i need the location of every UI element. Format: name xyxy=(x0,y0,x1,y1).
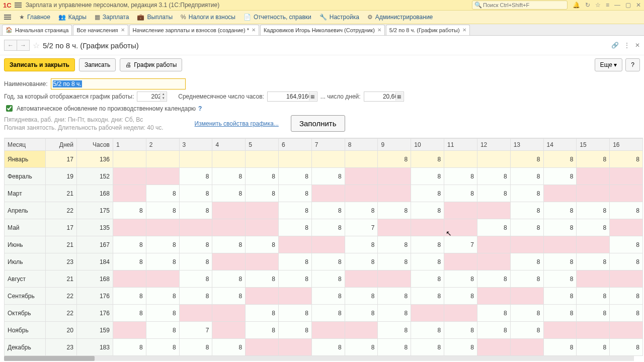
cell-day[interactable] xyxy=(378,270,411,288)
cell-day[interactable] xyxy=(378,168,411,185)
nav-back[interactable]: ← xyxy=(4,40,17,51)
cell-day[interactable] xyxy=(543,185,577,202)
th-day-10[interactable]: 10 xyxy=(411,139,444,151)
tab-2[interactable]: Начисление зарплаты и взносов (создание)… xyxy=(129,25,259,35)
cell-day[interactable] xyxy=(444,253,477,270)
cell-day[interactable]: 8 xyxy=(246,168,279,185)
cell-day[interactable]: 8 xyxy=(510,219,543,236)
th-day-13[interactable]: 13 xyxy=(510,139,543,151)
cell-hours[interactable]: 152 xyxy=(76,168,113,185)
cell-day[interactable]: 8 xyxy=(411,236,444,253)
th-day-7[interactable]: 7 xyxy=(311,139,345,151)
help-hint-icon[interactable]: ? xyxy=(198,105,202,112)
cell-days[interactable]: 20 xyxy=(46,322,77,339)
cell-day[interactable]: 8 xyxy=(577,305,610,322)
cell-day[interactable] xyxy=(279,339,312,356)
cell-day[interactable]: 8 xyxy=(543,270,577,288)
cell-day[interactable] xyxy=(246,151,279,168)
cell-day[interactable]: 8 xyxy=(146,253,179,270)
cell-day[interactable]: 8 xyxy=(378,202,411,219)
table-row[interactable]: Февраль191528888888888 xyxy=(5,168,643,185)
th-day-5[interactable]: 5 xyxy=(246,139,279,151)
cell-day[interactable]: 8 xyxy=(411,339,444,356)
cell-day[interactable]: 8 xyxy=(179,270,212,288)
cell-day[interactable] xyxy=(378,219,411,236)
cell-day[interactable] xyxy=(311,322,345,339)
save-button[interactable]: Записать xyxy=(79,58,116,71)
cell-day[interactable]: 8 xyxy=(577,339,610,356)
cell-month[interactable]: Февраль xyxy=(5,168,46,185)
cell-day[interactable]: 8 xyxy=(610,288,643,305)
cell-hours[interactable]: 176 xyxy=(76,288,113,305)
th-month[interactable]: Месяц xyxy=(5,139,46,151)
cell-day[interactable]: 8 xyxy=(311,168,345,185)
fill-button[interactable]: Заполнить xyxy=(291,115,345,132)
cell-day[interactable]: 8 xyxy=(311,219,345,236)
cell-day[interactable] xyxy=(477,288,510,305)
cell-day[interactable]: 8 xyxy=(444,288,477,305)
name-input[interactable]: 5/2 по 8 ч. xyxy=(51,78,186,89)
cell-day[interactable]: 8 xyxy=(610,202,643,219)
cell-day[interactable]: 8 xyxy=(113,202,146,219)
th-day-9[interactable]: 9 xyxy=(378,139,411,151)
cell-day[interactable]: 8 xyxy=(179,236,212,253)
table-row[interactable]: Май171358878888 xyxy=(5,219,643,236)
cell-days[interactable]: 17 xyxy=(46,151,77,168)
cell-day[interactable] xyxy=(279,288,312,305)
cell-day[interactable] xyxy=(477,202,510,219)
cell-day[interactable]: 8 xyxy=(146,322,179,339)
cell-day[interactable]: 8 xyxy=(577,151,610,168)
cell-day[interactable]: 8 xyxy=(510,253,543,270)
th-day-12[interactable]: 12 xyxy=(477,139,510,151)
cell-day[interactable]: 8 xyxy=(477,219,510,236)
tab-0[interactable]: 🏠Начальная страница xyxy=(2,25,72,35)
tab-3[interactable]: Кадровиков Игорь Николаевич (Сотрудник)✕ xyxy=(260,25,385,35)
cell-day[interactable]: 8 xyxy=(279,185,312,202)
cell-day[interactable]: 8 xyxy=(411,288,444,305)
cell-day[interactable]: 8 xyxy=(411,253,444,270)
cell-days[interactable]: 23 xyxy=(46,253,77,270)
table-row[interactable]: Апрель22175888888888888 xyxy=(5,202,643,219)
cell-day[interactable] xyxy=(510,288,543,305)
cell-day[interactable]: 8 xyxy=(345,288,378,305)
menu-5[interactable]: 📄Отчетность, справки xyxy=(239,12,315,22)
cell-day[interactable]: 8 xyxy=(179,288,212,305)
tab-close-icon[interactable]: ✕ xyxy=(462,27,466,33)
cell-day[interactable]: 8 xyxy=(279,305,312,322)
cell-day[interactable]: 8 xyxy=(378,322,411,339)
cell-day[interactable]: 8 xyxy=(411,270,444,288)
cell-day[interactable]: 8 xyxy=(311,253,345,270)
cell-day[interactable] xyxy=(146,168,179,185)
cell-day[interactable] xyxy=(246,219,279,236)
cell-day[interactable]: 7 xyxy=(179,322,212,339)
table-row[interactable]: Ноябрь20159878888888 xyxy=(5,322,643,339)
schedule-table-wrap[interactable]: МесяцДнейЧасов12345678910111213141516 Ян… xyxy=(4,138,643,362)
cell-month[interactable]: Октябрь xyxy=(5,305,46,322)
more-icon[interactable]: ⋮ xyxy=(624,42,630,49)
search-input[interactable] xyxy=(482,2,565,9)
close-form-icon[interactable]: ✕ xyxy=(635,42,640,49)
cell-day[interactable] xyxy=(345,322,378,339)
cell-day[interactable]: 8 xyxy=(444,322,477,339)
cell-day[interactable] xyxy=(510,236,543,253)
th-day-4[interactable]: 4 xyxy=(212,139,246,151)
cell-day[interactable]: 8 xyxy=(345,253,378,270)
cell-day[interactable]: 8 xyxy=(411,202,444,219)
cell-day[interactable]: 8 xyxy=(179,202,212,219)
th-day-1[interactable]: 1 xyxy=(113,139,146,151)
cell-day[interactable]: 8 xyxy=(610,236,643,253)
tab-close-icon[interactable]: ✕ xyxy=(377,27,381,33)
cell-day[interactable] xyxy=(146,270,179,288)
cell-day[interactable]: 8 xyxy=(477,168,510,185)
th-day-14[interactable]: 14 xyxy=(543,139,577,151)
cell-day[interactable]: 8 xyxy=(378,339,411,356)
cell-day[interactable]: 8 xyxy=(113,305,146,322)
cell-day[interactable]: 8 xyxy=(146,339,179,356)
cell-day[interactable]: 8 xyxy=(246,305,279,322)
cell-days[interactable]: 22 xyxy=(46,202,77,219)
cell-days[interactable]: 22 xyxy=(46,305,77,322)
table-row[interactable]: Март21168888888888 xyxy=(5,185,643,202)
menu-2[interactable]: ▦Зарплата xyxy=(91,12,133,22)
cell-day[interactable] xyxy=(444,219,477,236)
cell-day[interactable] xyxy=(212,202,246,219)
